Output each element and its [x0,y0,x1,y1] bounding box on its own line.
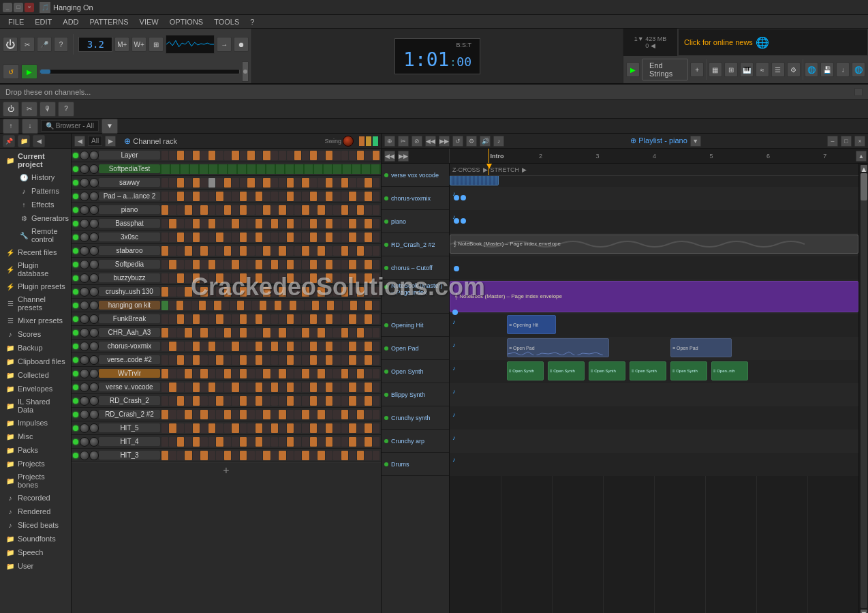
pad[interactable] [185,246,191,256]
pad[interactable] [176,301,183,310]
pad[interactable] [373,260,379,269]
pad[interactable] [357,233,364,242]
pad[interactable] [224,273,231,283]
win-minimize-btn[interactable]: _ [3,3,12,12]
pad[interactable] [240,437,247,447]
pad[interactable] [326,151,332,160]
pad[interactable] [224,287,231,297]
pl-tool2[interactable]: ✂ [398,136,409,147]
pad[interactable] [341,355,348,365]
pad[interactable] [357,355,364,365]
pad[interactable] [333,396,340,406]
pad[interactable] [373,178,379,188]
pad[interactable] [230,301,236,310]
pad[interactable] [255,314,262,324]
pad[interactable] [341,410,348,419]
rewind-btn[interactable]: ↺ [3,64,19,79]
pad[interactable] [216,410,223,419]
playlist-block-opening[interactable]: ≡ Opening Hit [507,315,556,334]
pad[interactable] [373,369,379,378]
pad[interactable] [310,355,317,365]
pattern-goto-btn[interactable]: → [217,37,232,52]
pad[interactable] [240,151,247,160]
pad[interactable] [224,383,231,392]
pad[interactable] [177,287,184,297]
ch-knob-a[interactable] [80,219,89,228]
pad[interactable] [208,260,215,269]
pl-tool3[interactable]: ⊘ [412,136,422,147]
pad[interactable] [161,192,168,201]
pad[interactable] [232,260,238,269]
pad[interactable] [161,205,168,215]
pad[interactable] [255,205,262,215]
sidebar-item-effects[interactable]: ↑ Effects [0,198,71,211]
pad[interactable] [310,342,317,351]
ch-knob-a[interactable] [80,410,89,419]
pad[interactable] [240,260,247,269]
playlist-scrollbar[interactable]: ▲ ▼ [858,164,868,613]
quick-mic[interactable]: 🎙 [40,102,56,117]
pad[interactable] [247,328,254,338]
pad[interactable] [255,219,262,228]
pad[interactable] [263,410,270,419]
sidebar-item-sliced-beats[interactable]: ♪ Sliced beats [0,518,71,532]
pad[interactable] [263,369,270,378]
pad[interactable] [279,342,285,351]
pad[interactable] [279,192,285,201]
ch-knob-a[interactable] [80,369,89,378]
sidebar-item-impulses[interactable]: 📁 Impulses [0,416,71,430]
pad[interactable] [260,301,266,310]
scroll-pos[interactable] [242,61,249,82]
pad[interactable] [177,219,184,228]
pad[interactable] [222,301,229,310]
pad[interactable] [247,314,254,324]
pad[interactable] [161,355,168,365]
pad[interactable] [302,355,309,365]
pad[interactable] [161,178,168,188]
pad[interactable] [255,260,262,269]
ch-knob-b[interactable] [89,233,99,242]
playlist-block-purple[interactable]: 𝄞 NoteBook (Master) – Page index envelop… [450,281,858,312]
pad[interactable] [294,410,301,419]
pad[interactable] [333,260,340,269]
pad[interactable] [279,151,285,160]
pad[interactable] [373,451,379,460]
pad[interactable] [341,437,348,447]
pad[interactable] [287,287,294,297]
pad[interactable] [357,246,364,256]
ch-knob-b[interactable] [89,328,99,338]
pad[interactable] [333,383,340,392]
pad[interactable] [373,423,379,433]
pad[interactable] [302,246,309,256]
pad[interactable] [341,383,348,392]
ch-knob-b[interactable] [89,437,99,447]
pad[interactable] [255,273,262,283]
pad[interactable] [161,451,168,460]
sidebar-item-misc[interactable]: 📁 Misc [0,430,71,443]
pad[interactable] [341,260,348,269]
pad[interactable] [263,233,270,242]
ch-knob-b[interactable] [89,205,99,215]
pad[interactable] [185,328,191,338]
pad[interactable] [271,396,278,406]
ch-knob-a[interactable] [80,423,89,433]
pad[interactable] [326,205,332,215]
pad[interactable] [169,260,176,269]
pad[interactable] [294,314,301,324]
pad[interactable] [161,301,168,310]
pad[interactable] [200,205,207,215]
pad[interactable] [326,410,332,419]
pad[interactable] [373,383,379,392]
pad[interactable] [208,342,215,351]
pad[interactable] [200,192,207,201]
pl-close[interactable]: × [854,136,865,147]
pad[interactable] [200,342,207,351]
pad[interactable] [193,246,200,256]
pad[interactable] [294,423,301,433]
pad[interactable] [365,260,371,269]
pad[interactable] [310,383,317,392]
pad[interactable] [200,437,207,447]
pad[interactable] [271,369,278,378]
pad[interactable] [317,396,324,406]
pl-tool6[interactable]: ↺ [452,136,463,147]
